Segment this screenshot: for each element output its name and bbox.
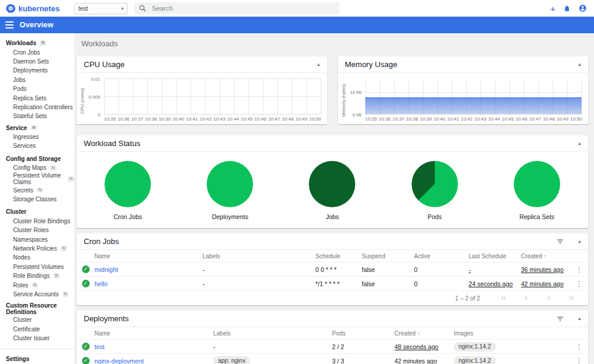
namespaced-indicator-badge: N: [68, 176, 74, 182]
kubernetes-logo[interactable]: ☸ kubernetes: [0, 4, 74, 13]
row-menu-icon[interactable]: ⋮: [570, 343, 588, 351]
col-active[interactable]: Active: [414, 253, 469, 259]
sidebar-item-label: Storage Classes: [13, 196, 56, 202]
col-images[interactable]: Images: [454, 330, 570, 337]
sidebar-item-label: Persistent Volume Claims: [13, 172, 64, 185]
row-menu-icon[interactable]: ⋮: [570, 280, 588, 288]
sidebar-item[interactable]: Daemon Sets: [0, 57, 74, 66]
sidebar-item[interactable]: Certificate: [0, 325, 74, 334]
col-last-schedule[interactable]: Last Schedule: [469, 253, 521, 259]
cron-job-name-link[interactable]: midnight: [94, 266, 118, 273]
col-labels[interactable]: Labels: [203, 253, 315, 259]
workload-pie: Jobs: [309, 161, 355, 220]
pie-chart[interactable]: [105, 161, 151, 207]
sidebar-item-label: Network Policies: [13, 245, 57, 252]
deployment-name-link[interactable]: test: [94, 343, 105, 350]
col-schedule[interactable]: Schedule: [315, 253, 362, 259]
first-page-icon[interactable]: [500, 295, 507, 302]
pie-chart[interactable]: [412, 161, 458, 207]
notifications-bell-icon[interactable]: [563, 5, 571, 12]
collapse-chevron-icon[interactable]: ▴: [578, 141, 581, 146]
menu-hamburger-icon[interactable]: [5, 21, 14, 29]
col-pods[interactable]: Pods: [332, 330, 394, 337]
sidebar-item[interactable]: Stateful Sets: [0, 112, 74, 121]
memory-usage-area-series: [365, 97, 582, 114]
sidebar-item[interactable]: Jobs: [0, 75, 74, 84]
sidebar-nav: Workloads N Cron Jobs Daemon Sets Deploy…: [0, 33, 74, 364]
sidebar-item[interactable]: Cluster Roles: [0, 226, 74, 235]
next-page-icon[interactable]: [545, 295, 552, 302]
sidebar-item[interactable]: Cluster Role Bindings: [0, 217, 74, 226]
sidebar-item-label: Stateful Sets: [13, 113, 47, 119]
sidebar-item[interactable]: Namespaces: [0, 235, 74, 243]
account-user-icon[interactable]: [579, 4, 587, 12]
collapse-chevron-icon[interactable]: ▴: [578, 62, 581, 67]
sidebar-item-label: Replication Controllers: [13, 104, 73, 110]
filter-icon[interactable]: [557, 316, 564, 322]
sidebar-item[interactable]: Replication Controllers: [0, 103, 74, 112]
sidebar-item-label: Roles: [13, 282, 29, 289]
pie-chart[interactable]: [514, 161, 560, 207]
sidebar-item[interactable]: Cron Jobs: [0, 48, 74, 56]
cell-active: 0: [414, 266, 469, 273]
last-page-icon[interactable]: [568, 295, 575, 302]
col-suspend[interactable]: Suspend: [362, 253, 414, 259]
cell-active: 0: [414, 280, 469, 287]
memory-x-axis-ticks: 10:3510:3610:3710:3810:3910:4010:4110:42…: [365, 115, 583, 123]
sidebar-footer-item[interactable]: Settings: [0, 353, 74, 364]
sidebar-item[interactable]: Storage Classes: [0, 195, 74, 204]
cron-job-row: ✓ hello - */1 * * * * false 0 24 seconds…: [77, 277, 588, 291]
col-name[interactable]: Name: [94, 253, 203, 259]
x-tick: 10:35: [365, 116, 377, 123]
cpu-x-axis-ticks: 10:3510:3610:3710:3810:3910:4010:4110:42…: [104, 115, 321, 123]
memory-plot-area: [365, 78, 583, 115]
pie-chart[interactable]: [309, 161, 355, 207]
col-labels[interactable]: Labels: [213, 330, 332, 337]
col-name[interactable]: Name: [94, 330, 213, 337]
x-tick: 10:49: [295, 116, 307, 123]
sidebar-item-label: Nodes: [13, 254, 30, 261]
collapse-chevron-icon[interactable]: ▴: [317, 62, 320, 67]
sidebar-item[interactable]: Persistent Volume Claims N: [0, 172, 74, 185]
sidebar-item[interactable]: Cluster Issuer: [0, 334, 74, 343]
sidebar-item[interactable]: Service N: [0, 124, 74, 132]
sidebar-item[interactable]: Network Policies N: [0, 244, 74, 253]
search-input[interactable]: [152, 5, 334, 12]
cell-last-schedule: -: [469, 266, 471, 273]
row-menu-icon[interactable]: ⋮: [570, 265, 588, 274]
sidebar-item[interactable]: Deployments: [0, 66, 74, 75]
col-created[interactable]: Created↑: [521, 253, 570, 259]
cron-job-name-link[interactable]: hello: [94, 280, 108, 287]
sidebar-item[interactable]: Ingresses: [0, 132, 74, 141]
sidebar-item[interactable]: Replica Sets: [0, 93, 74, 102]
sidebar-item[interactable]: Roles N: [0, 280, 74, 289]
sidebar-item[interactable]: Nodes: [0, 253, 74, 262]
workload-pie: Deployments: [207, 161, 253, 220]
collapse-chevron-icon[interactable]: ▴: [578, 316, 581, 321]
sidebar-item[interactable]: Secrets N: [0, 185, 74, 194]
sidebar-item[interactable]: Persistent Volumes: [0, 262, 74, 271]
sidebar-item[interactable]: Role Bindings N: [0, 271, 74, 280]
sidebar-item: Custom Resource Definitions: [0, 302, 74, 315]
create-resource-plus-icon[interactable]: +: [550, 4, 555, 13]
row-menu-icon[interactable]: ⋮: [570, 357, 588, 364]
x-tick: 10:48: [543, 116, 555, 123]
cell-last-schedule: 24 seconds ago: [469, 280, 513, 287]
col-created[interactable]: Created↑: [394, 330, 454, 337]
pie-label: Jobs: [326, 213, 339, 220]
sidebar-item-label: Cluster Role Bindings: [13, 218, 70, 224]
namespace-selector[interactable]: test ▾: [74, 3, 128, 14]
previous-page-icon[interactable]: [523, 295, 530, 302]
main-content: Workloads CPU Usage ▴ CPU (cores) 0.01 0…: [74, 33, 594, 364]
sidebar-item[interactable]: Config Maps N: [0, 163, 74, 172]
sidebar-item[interactable]: Service Accounts N: [0, 290, 74, 299]
search-box[interactable]: [134, 2, 339, 14]
collapse-chevron-icon[interactable]: ▴: [578, 239, 581, 244]
filter-icon[interactable]: [557, 239, 564, 245]
sidebar-item[interactable]: Cluster: [0, 315, 74, 324]
sidebar-item[interactable]: Workloads N: [0, 39, 74, 48]
sidebar-item[interactable]: Pods: [0, 84, 74, 93]
deployment-name-link[interactable]: nginx-deployment: [94, 357, 144, 364]
pie-chart[interactable]: [207, 161, 253, 207]
sidebar-item[interactable]: Services: [0, 141, 74, 150]
